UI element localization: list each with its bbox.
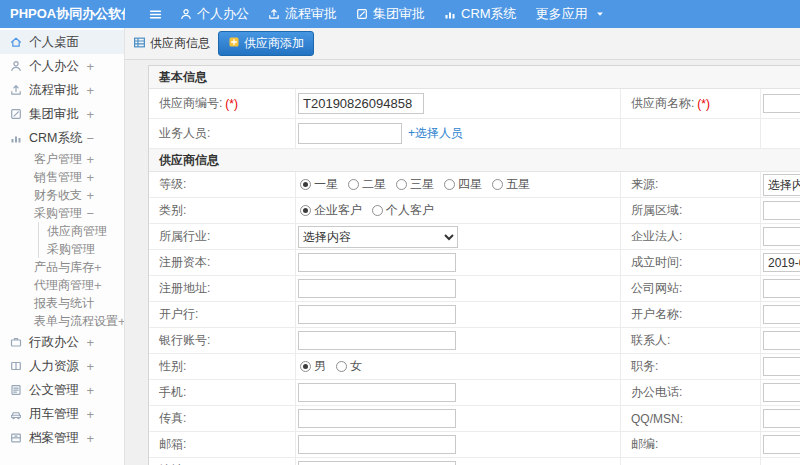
expand-icon[interactable]: + [86, 170, 94, 185]
radio-label[interactable]: 四星 [458, 176, 482, 193]
process-icon [10, 84, 22, 96]
nav-label: CRM系统 [461, 5, 517, 23]
expand-icon[interactable]: + [86, 188, 94, 203]
region-input[interactable] [763, 201, 800, 220]
radio-label[interactable]: 个人客户 [386, 202, 434, 219]
sidebar-item-products-inventory[interactable]: 产品与库存 + [0, 258, 124, 276]
sidebar-item-form-process-settings[interactable]: 表单与流程设置 + [0, 312, 124, 330]
radio-icon[interactable] [444, 179, 455, 190]
sidebar-item-process-approval[interactable]: 流程审批 + [0, 78, 124, 102]
title-input[interactable] [763, 357, 800, 376]
website-input[interactable] [763, 279, 800, 298]
sidebar-item-customer-mgmt[interactable]: 客户管理 + [0, 150, 124, 168]
sidebar-item-label: 个人办公 [29, 58, 79, 75]
hamburger-icon[interactable] [149, 8, 162, 21]
radio-icon[interactable] [396, 179, 407, 190]
radio-label[interactable]: 一星 [314, 176, 338, 193]
sidebar-item-crm[interactable]: CRM系统 − [0, 126, 124, 150]
sidebar-item-purchase-mgmt[interactable]: 采购管理 − [0, 204, 124, 222]
source-select[interactable]: 选择内容 [763, 174, 800, 196]
sidebar-item-label: 表单与流程设置 [34, 313, 118, 330]
expand-icon[interactable]: + [86, 431, 94, 446]
nav-personal-office[interactable]: 个人办公 [180, 5, 249, 23]
sidebar-item-finance[interactable]: 财务收支 + [0, 186, 124, 204]
briefcase-icon [10, 336, 22, 348]
radio-label[interactable]: 男 [314, 358, 326, 375]
sidebar-item-personal-office[interactable]: 个人办公 + [0, 54, 124, 78]
sidebar-item-supplier-mgmt[interactable]: 供应商管理 [38, 222, 124, 240]
staff-input[interactable] [298, 123, 402, 144]
radio-icon[interactable] [492, 179, 503, 190]
radio-label[interactable]: 企业客户 [314, 202, 362, 219]
bank-input[interactable] [298, 305, 456, 324]
expand-icon[interactable]: + [94, 260, 102, 275]
sidebar-item-sales-mgmt[interactable]: 销售管理 + [0, 168, 124, 186]
supplier-code-input[interactable] [298, 93, 424, 114]
sidebar-item-hr[interactable]: 人力资源 + [0, 354, 124, 378]
sidebar-item-purchasing[interactable]: 采购管理 [38, 240, 124, 258]
expand-icon[interactable]: + [86, 152, 94, 167]
sidebar-item-label: 报表与统计 [34, 295, 94, 312]
expand-icon[interactable]: + [86, 59, 94, 74]
mobile-input[interactable] [298, 383, 456, 402]
form-row: 业务人员: +选择人员 [149, 119, 800, 149]
contact-input[interactable] [763, 331, 800, 350]
sidebar-item-agent-mgmt[interactable]: 代理商管理 + [0, 276, 124, 294]
qq-msn-input[interactable] [763, 409, 800, 428]
tab-supplier-add[interactable]: 供应商添加 [218, 31, 314, 56]
sidebar-item-label: 代理商管理 [34, 277, 94, 294]
radio-checked-icon[interactable] [300, 205, 311, 216]
radio-label[interactable]: 女 [350, 358, 362, 375]
radio-checked-icon[interactable] [300, 361, 311, 372]
sidebar-item-label: 人力资源 [29, 358, 79, 375]
expand-icon[interactable]: + [86, 407, 94, 422]
radio-icon[interactable] [348, 179, 359, 190]
legal-person-input[interactable] [763, 227, 800, 246]
sidebar-item-reports[interactable]: 报表与统计 [0, 294, 124, 312]
nav-crm[interactable]: CRM系统 [444, 5, 517, 23]
sidebar-item-vehicle-mgmt[interactable]: 用车管理 + [0, 402, 124, 426]
sidebar-item-admin-office[interactable]: 行政办公 + [0, 330, 124, 354]
form-row: 手机: 办公电话: [149, 380, 800, 406]
edit-icon [356, 8, 368, 20]
sidebar-item-personal-desktop[interactable]: 个人桌面 [0, 30, 124, 54]
expand-icon[interactable]: + [86, 335, 94, 350]
sidebar-item-label: 产品与库存 [34, 259, 94, 276]
established-date-input[interactable] [763, 253, 800, 272]
nav-more-apps[interactable]: 更多应用 [536, 5, 605, 23]
nav-process-approval[interactable]: 流程审批 [268, 5, 337, 23]
office-phone-input[interactable] [763, 383, 800, 402]
collapse-icon[interactable]: − [86, 206, 94, 221]
expand-icon[interactable]: + [86, 359, 94, 374]
postcode-input[interactable] [763, 435, 800, 454]
radio-label[interactable]: 三星 [410, 176, 434, 193]
sidebar-item-document-mgmt[interactable]: 公文管理 + [0, 378, 124, 402]
industry-select[interactable]: 选择内容 [298, 226, 458, 248]
choose-staff-link[interactable]: +选择人员 [408, 125, 463, 142]
expand-icon[interactable]: + [118, 314, 125, 329]
expand-icon[interactable]: + [86, 383, 94, 398]
radio-checked-icon[interactable] [300, 179, 311, 190]
address-input[interactable] [298, 461, 456, 465]
expand-icon[interactable]: + [86, 107, 94, 122]
expand-icon[interactable]: + [94, 278, 102, 293]
registered-address-input[interactable] [298, 279, 456, 298]
supplier-name-input[interactable] [763, 94, 800, 113]
radio-icon[interactable] [336, 361, 347, 372]
tab-supplier-info[interactable]: 供应商信息 [133, 35, 210, 52]
email-input[interactable] [298, 435, 456, 454]
collapse-icon[interactable]: − [86, 131, 94, 146]
bank-account-input[interactable] [298, 331, 456, 350]
account-name-input[interactable] [763, 305, 800, 324]
nav-group-approval[interactable]: 集团审批 [356, 5, 425, 23]
registered-capital-input[interactable] [298, 253, 456, 272]
fax-input[interactable] [298, 409, 456, 428]
sidebar-item-group-approval[interactable]: 集团审批 + [0, 102, 124, 126]
radio-label[interactable]: 二星 [362, 176, 386, 193]
expand-icon[interactable]: + [86, 83, 94, 98]
field-label: 手机: [159, 384, 186, 401]
radio-label[interactable]: 五星 [506, 176, 530, 193]
sidebar-item-archive-mgmt[interactable]: 档案管理 + [0, 426, 124, 450]
shell: 个人桌面 个人办公 + 流程审批 + 集团审批 + CRM系统 − [0, 28, 800, 465]
radio-icon[interactable] [372, 205, 383, 216]
